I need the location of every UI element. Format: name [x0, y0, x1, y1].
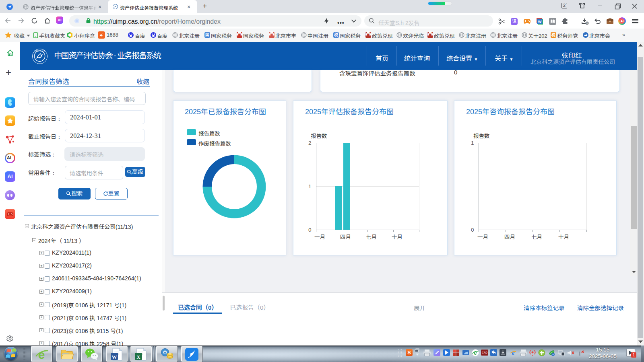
svg-text:W: W	[538, 19, 542, 24]
svg-text:v: v	[586, 21, 588, 25]
svg-text:W: W	[111, 354, 117, 360]
svg-text:CAS: CAS	[39, 61, 41, 62]
svg-text:X: X	[136, 354, 140, 360]
svg-text:e: e	[474, 350, 477, 356]
svg-text:中国资产评估协会: 中国资产评估协会	[34, 50, 45, 52]
svg-text:e: e	[38, 348, 45, 361]
svg-text:e: e	[512, 350, 515, 356]
